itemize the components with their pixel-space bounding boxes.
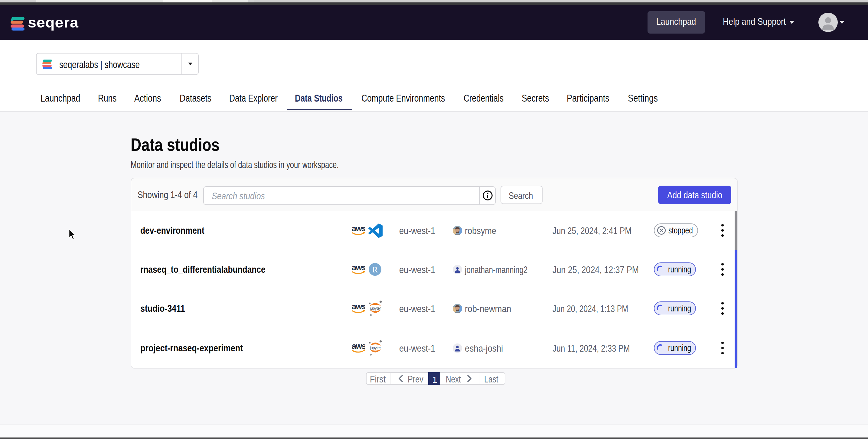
- svg-text:aws: aws: [352, 304, 365, 311]
- svg-text:jupyter: jupyter: [370, 346, 381, 350]
- svg-text:aws: aws: [352, 226, 365, 233]
- svg-text:aws: aws: [352, 343, 365, 351]
- svg-text:jupyter: jupyter: [370, 306, 381, 311]
- svg-text:aws: aws: [352, 265, 365, 272]
- svg-text:R: R: [372, 265, 378, 274]
